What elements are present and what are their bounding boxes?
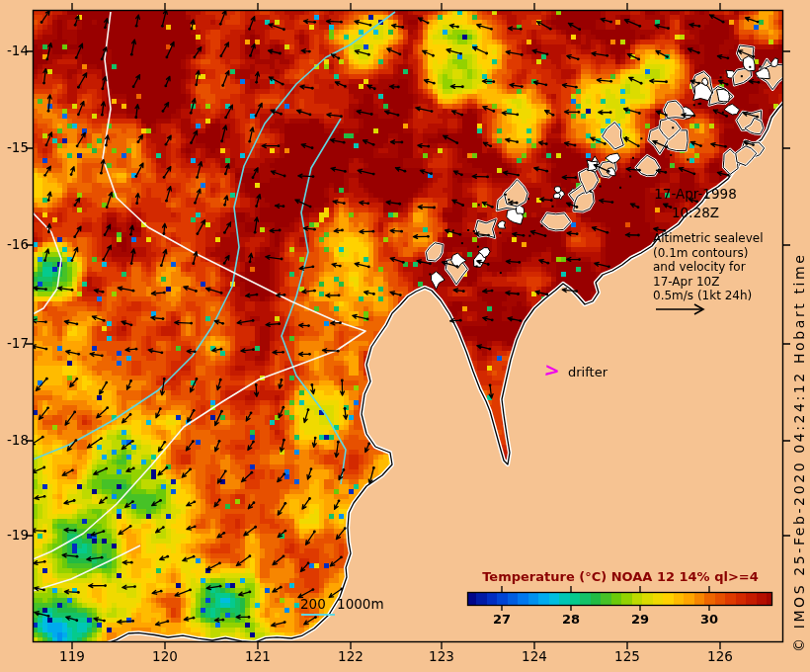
lat-tick-label: -17 bbox=[0, 335, 29, 351]
lat-tick-label: -14 bbox=[0, 42, 29, 58]
lon-tick-label: 125 bbox=[614, 648, 640, 664]
lon-tick-label: 119 bbox=[59, 648, 85, 664]
lon-tick-label: 121 bbox=[245, 648, 271, 664]
annotation-line: (0.1m contours) bbox=[653, 246, 764, 261]
bathymetry-legend-label: 200 1000m bbox=[300, 596, 384, 612]
annotation-line: Altimetric sealevel bbox=[653, 231, 764, 246]
copyright-text: © IMOS 25-Feb-2020 04:24:12 Hobart time bbox=[791, 253, 807, 652]
lon-tick-label: 122 bbox=[338, 648, 364, 664]
annotation-line: 17-Apr 10Z bbox=[653, 275, 764, 290]
map-date: 17-Apr-1998 bbox=[637, 185, 754, 204]
lon-tick-label: 120 bbox=[152, 648, 178, 664]
lon-tick-label: 123 bbox=[429, 648, 454, 664]
drifter-label: drifter bbox=[568, 365, 608, 379]
drifter-marker-icon[interactable]: > bbox=[543, 358, 561, 381]
lon-tick-label: 126 bbox=[707, 648, 733, 664]
timestamp-block: 17-Apr-1998 10:28Z bbox=[637, 185, 754, 222]
colorbar-tick-label: 30 bbox=[700, 612, 718, 627]
colorbar-tick-label: 29 bbox=[631, 612, 649, 627]
lat-tick-label: -16 bbox=[0, 236, 29, 252]
velocity-scale-arrow bbox=[652, 300, 713, 318]
map-time: 10:28Z bbox=[637, 204, 754, 222]
annotation-line: and velocity for bbox=[653, 260, 764, 275]
lat-tick-label: -18 bbox=[0, 432, 29, 448]
colorbar-title: Temperature (°C) NOAA 12 14% ql>=4 bbox=[467, 569, 773, 584]
lon-tick-label: 124 bbox=[522, 648, 547, 664]
lat-tick-label: -15 bbox=[0, 139, 29, 155]
lat-tick-label: -19 bbox=[0, 527, 29, 543]
colorbar-tick-label: 28 bbox=[562, 612, 580, 627]
bathymetry-legend-line bbox=[301, 614, 335, 616]
altimetry-annotation: Altimetric sealevel(0.1m contours)and ve… bbox=[653, 231, 764, 303]
figure: 17-Apr-1998 10:28Z Altimetric sealevel(0… bbox=[0, 0, 810, 672]
colorbar-tick-label: 27 bbox=[493, 612, 511, 627]
